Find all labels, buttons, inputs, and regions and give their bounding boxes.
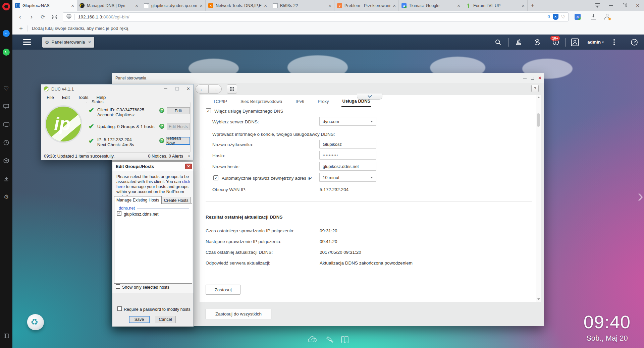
user-icon[interactable] [566, 38, 584, 46]
overview-grid-button[interactable] [227, 84, 237, 94]
messenger-icon[interactable] [2, 30, 10, 37]
forward-button[interactable]: → [209, 84, 222, 94]
chevron-down-icon[interactable]: ▾ [188, 154, 190, 158]
close-icon[interactable]: ✕ [185, 164, 192, 169]
main-menu-icon[interactable] [23, 39, 31, 45]
scrollbar[interactable] [536, 95, 541, 302]
adblock-shield-icon[interactable]: ✕ [553, 14, 558, 20]
help-button[interactable]: ? [531, 85, 539, 92]
tab-close-icon[interactable]: × [135, 3, 138, 8]
browser-tab[interactable]: a Tłumacz Google × [399, 0, 463, 11]
help-book-icon[interactable] [340, 335, 350, 345]
tab-manage-existing-hosts[interactable]: Manage Existing Hosts [114, 196, 162, 204]
menu-help[interactable]: Help [93, 95, 110, 100]
help-icon[interactable]: ? [159, 138, 164, 143]
tab-wireless[interactable]: Sieć Bezprzewodowa [240, 96, 283, 107]
tab-close-icon[interactable]: × [71, 3, 74, 8]
hostname-field[interactable]: glupikosz.ddns.net [319, 162, 376, 171]
my-flow-icon[interactable] [2, 121, 10, 128]
browser-tab[interactable]: B593s-22 × [270, 0, 334, 11]
username-field[interactable]: Glupikosz [319, 140, 376, 149]
ddns-server-select[interactable]: dyn.com [319, 117, 376, 126]
forward-icon[interactable]: › [26, 12, 37, 21]
tab-close-icon[interactable]: × [393, 3, 396, 8]
edit-hosts-button[interactable]: Edit Hosts [167, 123, 190, 130]
history-icon[interactable] [2, 139, 10, 147]
tab-tcpip[interactable]: TCP/IP [212, 96, 228, 107]
utilities-icon[interactable] [324, 335, 334, 345]
myqnapcloud-icon[interactable] [308, 335, 319, 345]
personal-news-icon[interactable] [2, 103, 10, 110]
browser-tab[interactable]: Managed DNS | Dyn × [77, 0, 141, 11]
minimize-icon[interactable] [523, 78, 527, 78]
downloads-icon[interactable] [2, 175, 10, 183]
show-only-selected-checkbox[interactable] [116, 284, 120, 289]
apply-button[interactable]: Zastosuj [206, 285, 240, 295]
apply-all-button[interactable]: Zastosuj do wszystkich [206, 309, 271, 319]
edit-button[interactable]: Edit [167, 107, 190, 114]
close-icon[interactable]: × [538, 75, 541, 81]
scroll-thumb[interactable] [537, 113, 540, 127]
reload-icon[interactable]: ⟳ [37, 12, 49, 21]
notifications-icon[interactable]: 10+ [546, 39, 565, 46]
autocheck-checkbox[interactable]: ✓ [213, 175, 218, 180]
refresh-now-button[interactable]: Refresh Now [166, 137, 190, 145]
whatsapp-icon[interactable] [2, 48, 10, 56]
back-button[interactable]: ← [196, 84, 209, 94]
tab-ipv6[interactable]: IPv6 [295, 96, 305, 107]
url-field[interactable]: 192.168.1.3 :8080/cgi-bin/ 0 ✕ ♡ [63, 12, 569, 21]
menu-file[interactable]: File [43, 95, 58, 100]
bookmark-heart-icon[interactable]: ♡ [561, 14, 566, 20]
maximize-icon[interactable] [175, 87, 179, 91]
speed-dial-icon[interactable] [2, 66, 10, 74]
back-icon[interactable]: ‹ [14, 12, 26, 21]
require-password-checkbox[interactable] [117, 306, 122, 311]
recycle-bin[interactable]: ♻ [26, 313, 46, 336]
notices-alerts-label[interactable]: 0 Notices, 0 Alerts [148, 154, 183, 159]
browser-tab[interactable]: glupikocz.dyndns-ip.com × [141, 0, 206, 11]
save-button[interactable]: Save [129, 316, 150, 323]
help-icon[interactable]: ? [159, 124, 164, 129]
extensions-box-icon[interactable] [2, 157, 10, 165]
tab-close-icon[interactable]: × [522, 3, 525, 8]
background-tasks-icon[interactable] [509, 39, 528, 46]
settings-gear-icon[interactable]: ⚙ [2, 193, 10, 201]
scroll-up-icon[interactable] [537, 97, 540, 98]
tab-menu-icon[interactable] [593, 1, 602, 10]
admin-menu[interactable]: admin ▾ [584, 40, 604, 45]
taskbar-tab-control-panel[interactable]: ⚙ Panel sterowania × [42, 37, 94, 48]
translate-extension-icon[interactable]: a [575, 14, 581, 20]
browser-tab[interactable]: ? Preblem - Przekierowanie × [334, 0, 399, 11]
maximize-icon[interactable] [531, 77, 534, 80]
close-icon[interactable]: × [187, 86, 190, 92]
resource-monitor-icon[interactable] [625, 38, 644, 46]
profile-icon[interactable] [604, 13, 610, 20]
password-field[interactable]: •••••••••• [319, 151, 376, 160]
interval-select[interactable]: 10 minut [319, 173, 376, 182]
enable-ddns-checkbox[interactable]: ✓ [206, 108, 211, 113]
search-icon[interactable] [488, 39, 508, 46]
menu-edit[interactable]: Edit [58, 95, 74, 100]
add-bookmark-icon[interactable]: + [19, 25, 23, 32]
tab-close-icon[interactable]: × [457, 3, 460, 8]
downloads-icon[interactable] [591, 14, 596, 19]
browser-tab[interactable]: GlupikoczNAS × [12, 0, 77, 11]
close-icon[interactable]: × [88, 40, 91, 45]
external-device-icon[interactable] [528, 39, 546, 46]
tab-close-icon[interactable]: × [328, 3, 331, 8]
window-minimize-icon[interactable] [606, 1, 615, 10]
tab-close-icon[interactable]: × [264, 3, 267, 8]
collapse-chevron[interactable] [357, 94, 382, 100]
window-restore-icon[interactable] [620, 1, 629, 10]
menu-tools[interactable]: Tools [74, 95, 93, 100]
cancel-button[interactable]: Cancel [155, 316, 176, 323]
browser-tab[interactable]: Forum LVL UP × [463, 0, 528, 11]
tab-close-icon[interactable]: × [200, 3, 203, 8]
scroll-down-icon[interactable] [537, 298, 540, 300]
sidebar-setup-icon[interactable] [2, 332, 10, 340]
opera-logo-icon[interactable] [2, 3, 10, 10]
more-options-icon[interactable] [604, 39, 625, 45]
bookmarks-heart-icon[interactable]: ♡ [2, 84, 10, 92]
help-icon[interactable]: ? [159, 108, 164, 113]
next-screen-chevron-icon[interactable]: › [638, 187, 643, 205]
